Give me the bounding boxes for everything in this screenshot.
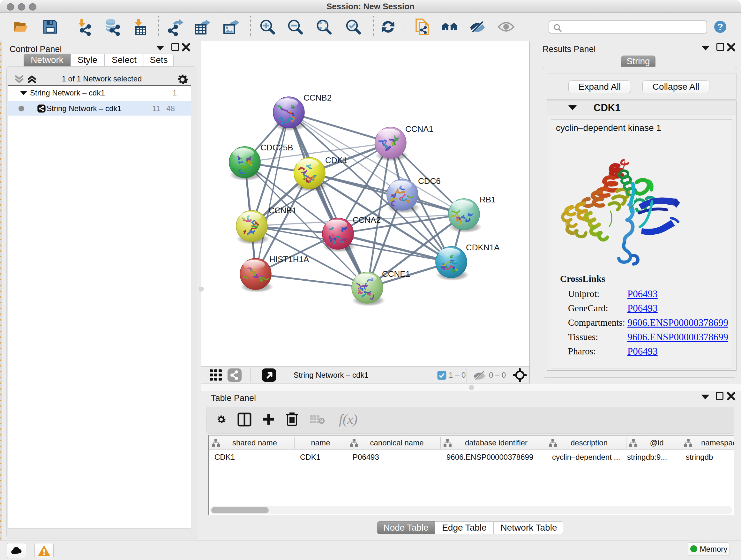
svg-text:?: ?: [718, 21, 723, 32]
svg-text:HIST1H1A: HIST1H1A: [269, 254, 309, 264]
svg-text:CDC6: CDC6: [418, 176, 441, 186]
svg-text:CCNB1: CCNB1: [268, 206, 296, 215]
svg-text:RB1: RB1: [480, 195, 496, 204]
svg-text:CDKN1A: CDKN1A: [466, 243, 500, 252]
svg-text:CCNA2: CCNA2: [353, 215, 381, 225]
svg-text:CCNE1: CCNE1: [382, 269, 410, 279]
svg-text:CDC25B: CDC25B: [260, 143, 293, 152]
svg-text:CCNA1: CCNA1: [405, 124, 433, 134]
svg-text:CDK1: CDK1: [325, 155, 347, 165]
svg-text:CCNB2: CCNB2: [304, 93, 332, 103]
